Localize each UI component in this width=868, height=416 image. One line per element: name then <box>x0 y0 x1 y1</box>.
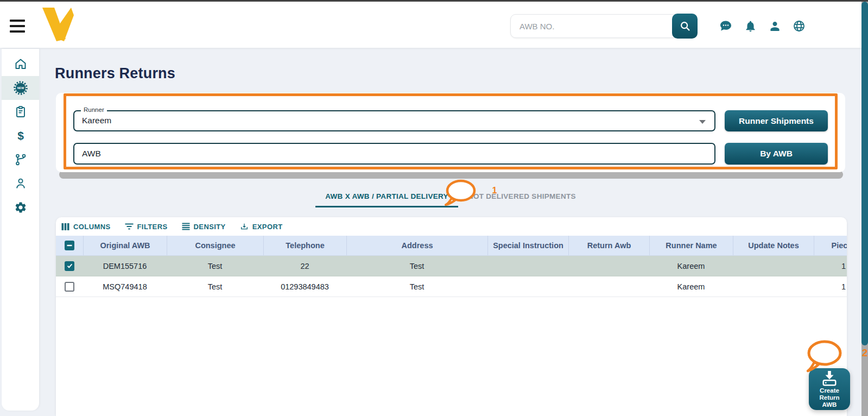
by-awb-button[interactable]: By AWB <box>725 143 828 165</box>
save-return-icon <box>820 370 839 387</box>
cell-return-awb <box>568 256 649 276</box>
filters-icon <box>125 223 134 230</box>
cell-return-awb <box>568 276 649 297</box>
cell-special-instruction <box>487 256 568 276</box>
tab-bar: AWB X AWB / PARTIAL DELIVERY NOT DELIVER… <box>56 186 845 211</box>
cell-address: Test <box>346 256 487 276</box>
search-button[interactable] <box>672 14 698 39</box>
data-grid: COLUMNS FILTERS DENSITY EXPORT Original <box>56 217 847 416</box>
sidebar: NEW $ <box>2 49 39 411</box>
window-top-border <box>0 0 868 2</box>
cell-update-notes <box>733 256 814 276</box>
account-icon <box>769 20 781 33</box>
cell-runner-name: Kareem <box>649 256 733 276</box>
column-header-consignee[interactable]: Consignee <box>167 236 263 255</box>
column-header-original-awb[interactable]: Original AWB <box>83 236 167 255</box>
svg-text:NEW: NEW <box>17 86 24 90</box>
sidebar-item-settings[interactable] <box>2 196 39 219</box>
home-icon <box>14 58 27 71</box>
sidebar-item-runners-returns[interactable]: NEW <box>2 76 39 100</box>
orders-icon <box>14 105 27 118</box>
column-header-update-notes[interactable]: Update Notes <box>733 236 814 255</box>
density-button[interactable]: DENSITY <box>182 223 226 231</box>
grid-toolbar: COLUMNS FILTERS DENSITY EXPORT <box>56 217 847 236</box>
export-icon <box>240 222 249 231</box>
cell-original-awb: DEM155716 <box>83 256 167 276</box>
cell-special-instruction <box>487 276 568 297</box>
cell-telephone: 01293849483 <box>263 276 346 297</box>
chat-button[interactable] <box>719 20 732 33</box>
runner-select[interactable]: Runner Kareem <box>73 110 715 131</box>
sidebar-item-profile[interactable] <box>2 172 39 196</box>
cell-consignee: Test <box>167 276 263 297</box>
runner-select-value: Kareem <box>82 116 111 125</box>
cell-pieces: 1 <box>814 276 847 297</box>
menu-icon[interactable] <box>10 20 25 33</box>
runner-shipments-button[interactable]: Runner Shipments <box>725 110 828 131</box>
language-icon <box>793 20 806 33</box>
chevron-down-icon <box>699 120 706 124</box>
search-input[interactable] <box>510 14 685 38</box>
branch-icon <box>14 153 27 166</box>
runner-select-label: Runner <box>81 106 107 113</box>
indeterminate-icon <box>66 242 73 249</box>
language-button[interactable] <box>793 20 806 33</box>
svg-text:$: $ <box>17 129 24 142</box>
appbar <box>0 2 861 48</box>
profile-icon <box>14 177 27 190</box>
app-window: NEW $ Runners Returns Runner Kareem <box>0 0 868 416</box>
column-header-special-instruction[interactable]: Special Instruction <box>487 236 568 255</box>
column-header-telephone[interactable]: Telephone <box>263 236 346 255</box>
awb-search <box>510 14 698 39</box>
notifications-icon <box>744 20 757 33</box>
filters-button[interactable]: FILTERS <box>125 223 168 231</box>
new-badge-icon: NEW <box>13 80 28 96</box>
select-all-checkbox[interactable] <box>65 241 74 250</box>
awb-input[interactable] <box>73 143 715 165</box>
cell-update-notes <box>733 276 814 297</box>
density-icon <box>182 223 190 230</box>
columns-button[interactable]: COLUMNS <box>61 223 111 231</box>
table-header-row: Original AWB Consignee Telephone Address… <box>56 236 847 256</box>
sidebar-item-orders[interactable] <box>2 100 39 124</box>
cell-consignee: Test <box>167 256 263 276</box>
appbar-actions <box>719 20 806 33</box>
row-checkbox[interactable] <box>65 261 74 271</box>
export-button[interactable]: EXPORT <box>240 222 283 231</box>
cell-telephone: 22 <box>263 256 346 276</box>
cell-original-awb: MSQ749418 <box>83 276 167 297</box>
column-header-return-awb[interactable]: Return Awb <box>568 236 649 255</box>
columns-icon <box>61 223 69 231</box>
tab-not-delivered-shipments[interactable]: NOT DELIVERED SHIPMENTS <box>458 186 586 207</box>
table-row[interactable]: MSQ749418 Test 01293849483 Test Kareem 1 <box>56 276 847 297</box>
brand-logo <box>40 8 74 41</box>
search-icon <box>679 20 691 32</box>
notifications-button[interactable] <box>744 20 757 33</box>
cell-runner-name: Kareem <box>649 276 733 297</box>
create-return-awb-button[interactable]: Create Return AWB <box>809 368 850 410</box>
page-title: Runners Returns <box>55 65 175 82</box>
header-checkbox-cell <box>56 236 83 255</box>
table-row[interactable]: DEM155716 Test 22 Test Kareem 1 <box>56 256 847 276</box>
column-header-runner-name[interactable]: Runner Name <box>649 236 733 255</box>
scrollbar-thumb[interactable] <box>861 2 868 345</box>
check-icon <box>66 262 73 269</box>
settings-icon <box>14 201 27 214</box>
sidebar-item-branches[interactable] <box>2 148 39 172</box>
tab-awb-x-awb-partial-delivery[interactable]: AWB X AWB / PARTIAL DELIVERY <box>315 186 458 207</box>
cell-address: Test <box>346 276 487 297</box>
sidebar-item-finance[interactable]: $ <box>2 124 39 148</box>
account-button[interactable] <box>768 20 781 33</box>
sidebar-item-home[interactable] <box>2 52 39 76</box>
cell-pieces: 1 <box>814 256 847 276</box>
column-header-address[interactable]: Address <box>346 236 487 255</box>
column-header-pieces[interactable]: Pieces <box>814 236 847 255</box>
finance-icon: $ <box>14 129 27 142</box>
row-checkbox[interactable] <box>65 282 74 292</box>
chat-icon <box>719 20 732 33</box>
